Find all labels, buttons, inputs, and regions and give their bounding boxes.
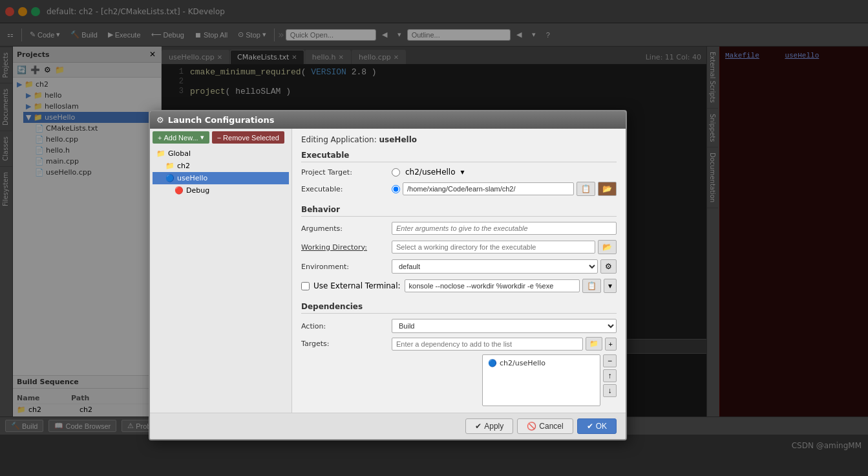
arguments-label: Arguments: — [301, 224, 392, 233]
working-dir-input-group: 📂 — [392, 240, 617, 254]
config-tree: 📁 Global 📁 ch2 🔵 useHello 🔴 Debug — [153, 147, 289, 197]
targets-input[interactable] — [392, 338, 583, 351]
executable-section-title: Executable — [301, 151, 617, 162]
dialog-title-text: Launch Configurations — [168, 115, 275, 125]
targets-input-group: 📁 + — [392, 337, 617, 351]
executable-input[interactable] — [403, 182, 574, 195]
working-dir-browse-button[interactable]: 📂 — [598, 240, 617, 254]
project-target-value: ch2/useHello — [405, 168, 456, 177]
cancel-button[interactable]: 🚫 Cancel — [517, 418, 573, 434]
terminal-input-group: 📋 ▾ — [405, 279, 617, 293]
environment-select-group: default ⚙ — [392, 259, 617, 274]
external-terminal-label: Use External Terminal: — [313, 281, 401, 290]
action-select[interactable]: Build — [392, 319, 617, 333]
dep-item-label: ch2/useHello — [500, 359, 545, 367]
dep-move-up-button[interactable]: ↑ — [603, 369, 617, 382]
action-select-group: Build — [392, 319, 617, 333]
arguments-row: Arguments: — [301, 222, 617, 235]
environment-settings-button[interactable]: ⚙ — [600, 259, 617, 274]
apply-button[interactable]: ✔ Apply — [465, 418, 513, 434]
project-target-row: Project Target: ch2/useHello ▾ — [301, 168, 617, 177]
dialog-title-bar: ⚙ Launch Configurations — [150, 111, 626, 129]
behavior-section-title: Behavior — [301, 205, 617, 217]
target-dropdown-arrow: ▾ — [461, 168, 465, 177]
dialog-title-icon: ⚙ — [156, 115, 164, 125]
external-terminal-row: Use External Terminal: 📋 ▾ — [301, 279, 617, 293]
targets-add-button[interactable]: + — [605, 338, 617, 351]
config-ch2[interactable]: 📁 ch2 — [153, 160, 289, 172]
external-terminal-checkbox[interactable] — [301, 282, 310, 290]
project-target-radio-group: ch2/useHello ▾ — [392, 168, 617, 177]
terminal-dropdown-button[interactable]: ▾ — [604, 279, 617, 293]
usehello-folder-icon: 🔵 — [165, 174, 175, 182]
editing-app-name: useHello — [379, 135, 417, 144]
executable-radio[interactable] — [392, 185, 400, 193]
executable-row: Executable: 📋 📂 — [301, 182, 617, 196]
config-usehello[interactable]: 🔵 useHello — [153, 172, 289, 184]
action-row: Action: Build — [301, 319, 617, 333]
working-dir-label: Working Directory: — [301, 243, 392, 252]
project-target-radio[interactable] — [392, 168, 400, 177]
working-dir-input[interactable] — [392, 241, 595, 254]
dependencies-section: Dependencies Action: Build Targets: — [301, 302, 617, 406]
project-target-label: Project Target: — [301, 168, 392, 177]
cancel-icon: 🚫 — [527, 422, 536, 431]
targets-label: Targets: — [301, 340, 392, 348]
targets-row: Targets: 📁 + — [301, 337, 617, 351]
add-config-button[interactable]: + Add New...▾ — [153, 131, 209, 144]
add-icon: + — [158, 134, 162, 142]
executable-label: Executable: — [301, 185, 392, 193]
remove-config-button[interactable]: − Remove Selected — [212, 131, 284, 144]
terminal-input[interactable] — [405, 279, 580, 292]
apply-icon: ✔ — [475, 422, 482, 431]
remove-icon: − — [217, 134, 221, 142]
dialog-footer: ✔ Apply 🚫 Cancel ✔ OK — [150, 413, 626, 439]
dialog-form: Editing Application: useHello Executable… — [292, 129, 626, 413]
ok-icon: ✔ — [587, 422, 593, 431]
action-label: Action: — [301, 322, 392, 330]
ch2-folder-icon: 📁 — [165, 162, 175, 170]
dep-bullet: 🔵 — [488, 359, 497, 367]
dialog-config-panel: + Add New...▾ − Remove Selected 📁 Global… — [150, 129, 292, 413]
arguments-input[interactable] — [392, 222, 617, 235]
environment-label: Environment: — [301, 263, 392, 271]
executable-input-group: 📋 📂 — [392, 182, 617, 196]
targets-browse-button[interactable]: 📁 — [586, 337, 602, 351]
dialog-overlay: ⚙ Launch Configurations + Add New...▾ − … — [0, 0, 868, 476]
config-global[interactable]: 📁 Global — [153, 147, 289, 160]
dep-remove-button[interactable]: − — [603, 354, 617, 367]
external-terminal-checkbox-group: Use External Terminal: — [301, 281, 401, 290]
dep-move-down-button[interactable]: ↓ — [603, 384, 617, 397]
terminal-copy-button[interactable]: 📋 — [582, 279, 601, 293]
dialog-body: + Add New...▾ − Remove Selected 📁 Global… — [150, 129, 626, 413]
config-debug[interactable]: 🔴 Debug — [153, 184, 289, 197]
ok-button[interactable]: ✔ OK — [577, 418, 617, 434]
editing-app-label: Editing Application: useHello — [301, 135, 617, 144]
debug-config-icon: 🔴 — [175, 186, 184, 195]
dep-list-item-usehello[interactable]: 🔵 ch2/useHello — [485, 358, 597, 369]
environment-row: Environment: default ⚙ — [301, 259, 617, 274]
dep-list-area: 🔵 ch2/useHello − ↑ ↓ — [392, 354, 617, 406]
working-dir-row: Working Directory: 📂 — [301, 240, 617, 254]
global-folder-icon: 📁 — [156, 149, 165, 158]
dependencies-section-title: Dependencies — [301, 302, 617, 314]
dialog-config-toolbar: + Add New...▾ − Remove Selected — [153, 131, 289, 144]
dep-side-buttons: − ↑ ↓ — [603, 354, 617, 406]
dep-list: 🔵 ch2/useHello — [482, 354, 600, 406]
executable-browse-button[interactable]: 📂 — [598, 182, 617, 196]
executable-copy-button[interactable]: 📋 — [577, 182, 595, 196]
launch-configurations-dialog: ⚙ Launch Configurations + Add New...▾ − … — [149, 110, 627, 440]
environment-select[interactable]: default — [392, 259, 598, 274]
